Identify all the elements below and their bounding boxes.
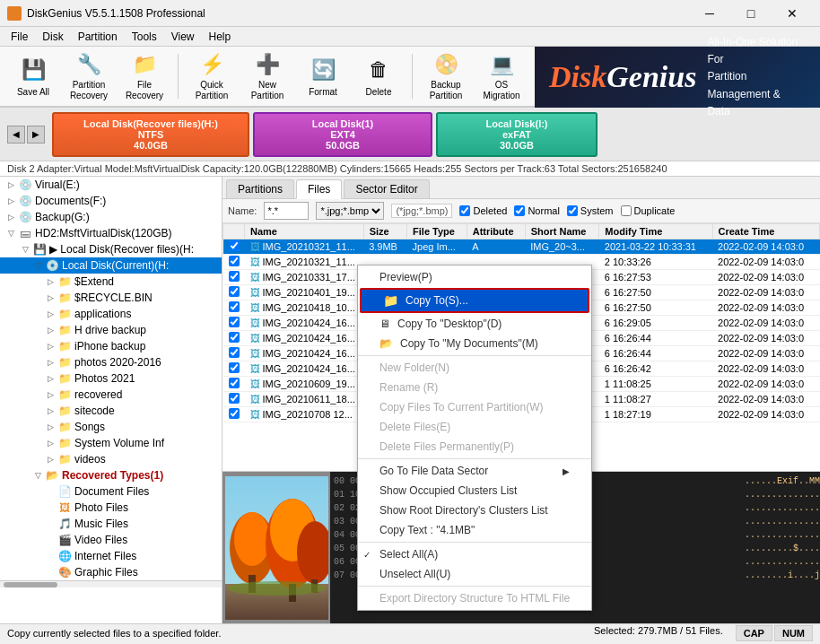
row-check[interactable] bbox=[223, 285, 245, 300]
system-checkbox[interactable] bbox=[567, 205, 578, 216]
filter-deleted[interactable]: Deleted bbox=[459, 205, 507, 216]
expand-hd2[interactable]: ▽ bbox=[4, 226, 18, 240]
disk-local1[interactable]: Local Disk(1) EXT4 50.0GB bbox=[253, 112, 432, 157]
menu-file[interactable]: File bbox=[4, 29, 35, 45]
col-shortname[interactable]: Short Name bbox=[525, 224, 599, 239]
ctx-goto-sector[interactable]: Go To File Data Sector ▶ bbox=[358, 461, 591, 481]
tree-item-photos2020[interactable]: ▷ 📁 photos 2020-2016 bbox=[0, 354, 222, 370]
expand-video-files[interactable] bbox=[43, 533, 57, 547]
expand-internet-files[interactable] bbox=[43, 549, 57, 563]
duplicate-checkbox[interactable] bbox=[621, 205, 632, 216]
col-filetype[interactable]: File Type bbox=[407, 224, 467, 239]
expand-recovered[interactable]: ▷ bbox=[43, 387, 57, 402]
tree-item-recycle[interactable]: ▷ 📁 $RECYCLE.BIN bbox=[0, 290, 222, 306]
tree-item-songs[interactable]: ▷ 📁 Songs bbox=[0, 419, 222, 435]
tree-item-video-files[interactable]: 🎬 Video Files bbox=[0, 532, 222, 548]
nav-forward[interactable]: ▶ bbox=[27, 126, 45, 144]
maximize-button[interactable]: □ bbox=[730, 0, 772, 27]
row-check[interactable] bbox=[223, 392, 245, 407]
ctx-show-root[interactable]: Show Root Directory's Clusters List bbox=[358, 500, 591, 520]
tree-item-graphic-files[interactable]: 🎨 Graphic Files bbox=[0, 564, 222, 580]
row-check[interactable] bbox=[223, 377, 245, 392]
col-create[interactable]: Create Time bbox=[712, 224, 819, 239]
expand-music-files[interactable] bbox=[43, 517, 57, 531]
tree-item-hd2[interactable]: ▽ 🖴 HD2:MsftVirtualDisk(120GB) bbox=[0, 225, 222, 241]
normal-checkbox[interactable] bbox=[514, 205, 525, 216]
row-check[interactable] bbox=[223, 300, 245, 316]
ctx-show-clusters[interactable]: Show Occupied Clusters List bbox=[358, 481, 591, 500]
col-size[interactable]: Size bbox=[363, 224, 406, 239]
nav-back[interactable]: ◀ bbox=[7, 126, 25, 144]
tree-item-extend[interactable]: ▷ 📁 $Extend bbox=[0, 274, 222, 290]
tree-item-photos2021[interactable]: ▷ 📁 Photos 2021 bbox=[0, 370, 222, 387]
tree-item-internet-files[interactable]: 🌐 Internet Files bbox=[0, 548, 222, 564]
tree-item-backup-g[interactable]: ▷ 💿 Backup(G:) bbox=[0, 209, 222, 225]
row-check[interactable] bbox=[223, 255, 245, 270]
expand-virtual-e[interactable]: ▷ bbox=[4, 178, 18, 192]
deleted-checkbox[interactable] bbox=[459, 205, 470, 216]
tree-item-sitecode[interactable]: ▷ 📁 sitecode bbox=[0, 403, 222, 419]
menu-tools[interactable]: Tools bbox=[125, 29, 164, 45]
name-filter-input[interactable] bbox=[264, 202, 309, 220]
tree-item-applications[interactable]: ▷ 📁 applications bbox=[0, 306, 222, 322]
file-recovery-button[interactable]: 📁 FileRecovery bbox=[118, 50, 170, 102]
row-check[interactable] bbox=[223, 270, 245, 285]
backup-partition-button[interactable]: 📀 BackupPartition bbox=[420, 50, 472, 102]
expand-photo-files[interactable] bbox=[43, 500, 57, 515]
menu-disk[interactable]: Disk bbox=[35, 29, 70, 45]
expand-hdrivebackup[interactable]: ▷ bbox=[43, 323, 57, 337]
expand-iphone[interactable]: ▷ bbox=[43, 339, 57, 353]
partition-recovery-button[interactable]: 🔧 PartitionRecovery bbox=[63, 50, 115, 102]
tab-sector-editor[interactable]: Sector Editor bbox=[344, 179, 429, 198]
ctx-copy-mydocs[interactable]: 📂 Copy To "My Documents"(M) bbox=[358, 334, 591, 353]
filter-duplicate[interactable]: Duplicate bbox=[621, 205, 676, 216]
menu-view[interactable]: View bbox=[164, 29, 202, 45]
expand-recovered-types[interactable]: ▽ bbox=[31, 468, 45, 483]
col-modify[interactable]: Modify Time bbox=[599, 224, 712, 239]
expand-applications[interactable]: ▷ bbox=[43, 307, 57, 321]
filter-normal[interactable]: Normal bbox=[514, 205, 559, 216]
tree-item-music-files[interactable]: 🎵 Music Files bbox=[0, 516, 222, 532]
tree-item-systemvol[interactable]: ▷ 📁 System Volume Inf bbox=[0, 435, 222, 451]
delete-button[interactable]: 🗑 Delete bbox=[353, 50, 405, 102]
tree-item-hdrivebackup[interactable]: ▷ 📁 H drive backup bbox=[0, 322, 222, 338]
expand-photos2021[interactable]: ▷ bbox=[43, 371, 57, 386]
tree-item-videos[interactable]: ▷ 📁 videos bbox=[0, 451, 222, 467]
table-row[interactable]: 🖼IMG_20210321_11... 3.9MB Jpeg Im... A I… bbox=[223, 239, 820, 255]
format-button[interactable]: 🔄 Format bbox=[297, 50, 349, 102]
menu-partition[interactable]: Partition bbox=[71, 29, 125, 45]
save-all-button[interactable]: 💾 Save All bbox=[7, 50, 59, 102]
expand-documents-f[interactable]: ▷ bbox=[4, 194, 18, 208]
tree-hscrollbar[interactable] bbox=[0, 580, 222, 587]
ctx-copy-to[interactable]: 📁 Copy To(S)... bbox=[360, 288, 589, 313]
expand-systemvol[interactable]: ▷ bbox=[43, 436, 57, 450]
ctx-unselect-all[interactable]: Unselect All(U) bbox=[358, 564, 591, 584]
tree-item-iphone[interactable]: ▷ 📁 iPhone backup bbox=[0, 338, 222, 354]
expand-videos[interactable]: ▷ bbox=[43, 452, 57, 466]
tree-item-local-current[interactable]: ▽ 💿 Local Disk(Current)(H: bbox=[0, 257, 222, 274]
row-check[interactable] bbox=[223, 361, 245, 377]
expand-local-current[interactable]: ▽ bbox=[31, 258, 45, 273]
expand-sitecode[interactable]: ▷ bbox=[43, 404, 57, 418]
expand-graphic-files[interactable] bbox=[43, 565, 57, 579]
file-type-select[interactable]: *.jpg;*.bmp bbox=[316, 202, 384, 220]
expand-recover-h[interactable]: ▽ bbox=[18, 242, 32, 257]
col-name[interactable]: Name bbox=[245, 224, 364, 239]
row-check[interactable] bbox=[223, 331, 245, 346]
row-check[interactable] bbox=[223, 316, 245, 331]
quick-partition-button[interactable]: ⚡ QuickPartition bbox=[186, 50, 238, 102]
row-check[interactable] bbox=[223, 239, 245, 255]
tab-files[interactable]: Files bbox=[296, 179, 342, 199]
expand-songs[interactable]: ▷ bbox=[43, 420, 57, 434]
expand-document-files[interactable] bbox=[43, 484, 57, 499]
os-migration-button[interactable]: 💻 OS Migration bbox=[475, 50, 528, 102]
row-check[interactable] bbox=[223, 346, 245, 361]
expand-recycle[interactable]: ▷ bbox=[43, 291, 57, 305]
tree-item-recovered[interactable]: ▷ 📁 recovered bbox=[0, 387, 222, 403]
close-button[interactable]: ✕ bbox=[772, 0, 813, 27]
ctx-copy-text[interactable]: Copy Text : "4.1MB" bbox=[358, 520, 591, 540]
tree-item-photo-files[interactable]: 🖼 Photo Files bbox=[0, 500, 222, 516]
expand-photos2020[interactable]: ▷ bbox=[43, 355, 57, 370]
ctx-select-all[interactable]: ✓ Select All(A) bbox=[358, 544, 591, 564]
expand-extend[interactable]: ▷ bbox=[43, 274, 57, 289]
